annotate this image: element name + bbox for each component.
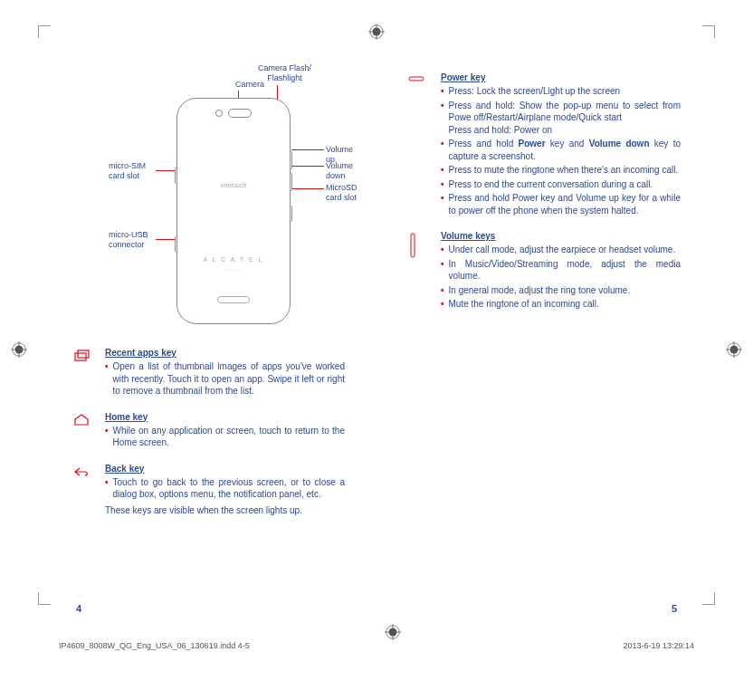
registration-mark-icon xyxy=(385,624,401,640)
recent-b1: Open a list of thumbnail images of apps … xyxy=(113,360,345,398)
power-b5: Press to end the current conversation du… xyxy=(449,178,653,191)
home-icon xyxy=(72,412,94,451)
volume-title: Volume keys xyxy=(441,231,681,241)
power-title: Power key xyxy=(441,72,681,82)
phone-outline: onetouch A L C A T E L ———— xyxy=(176,98,291,324)
label-usb: micro-USB connector xyxy=(109,230,158,250)
sd-slot-icon xyxy=(290,206,292,222)
vol-b3: In general mode, adjust the ring tone vo… xyxy=(449,284,631,297)
svg-rect-17 xyxy=(78,350,89,358)
svg-rect-16 xyxy=(75,353,86,360)
power-b4: Press to mute the ringtone when there's … xyxy=(449,164,679,177)
vol-b4: Mute the ringtone of an incoming call. xyxy=(449,298,599,311)
page-number-right: 5 xyxy=(672,603,677,614)
sim-slot-icon xyxy=(175,168,177,184)
brand-alcatel: A L C A T E L xyxy=(177,256,290,263)
speaker-icon xyxy=(217,296,250,303)
footer-filename: IP4609_8008W_QG_Eng_USA_06_130619.indd 4… xyxy=(59,641,250,650)
back-icon xyxy=(72,464,94,517)
recent-apps-title: Recent apps key xyxy=(105,348,345,358)
recent-apps-icon xyxy=(72,348,94,399)
registration-mark-icon xyxy=(11,341,27,358)
volume-up-button-icon xyxy=(290,151,292,169)
back-b1: Touch to go back to the previous screen,… xyxy=(113,476,345,501)
svg-rect-18 xyxy=(409,77,424,81)
power-b1: Press: Lock the screen/Light up the scre… xyxy=(449,85,621,98)
brand-text: onetouch xyxy=(177,182,290,188)
label-sim: micro-SIM card slot xyxy=(109,161,158,181)
back-note: These keys are visible when the screen l… xyxy=(105,504,345,517)
label-volume-down: Volume down xyxy=(326,161,353,181)
footer-timestamp: 2013-6-19 13:29:14 xyxy=(623,641,694,650)
label-camera: Camera xyxy=(235,80,264,90)
power-b2: Press and hold: Show the pop-up menu to … xyxy=(449,100,681,137)
camera-lens-icon xyxy=(215,110,223,117)
vol-b1: Under call mode, adjust the earpiece or … xyxy=(449,244,676,256)
home-title: Home key xyxy=(105,412,345,422)
page-number-left: 4 xyxy=(76,603,81,614)
label-flash: Camera Flash/ Flashlight xyxy=(258,63,311,83)
power-b3: Press and hold Power key and Volume down… xyxy=(449,138,681,162)
label-microsd: MicroSD card slot xyxy=(326,183,371,203)
registration-mark-icon xyxy=(726,341,742,358)
registration-mark-icon xyxy=(368,24,385,40)
volume-key-icon xyxy=(408,231,430,312)
volume-down-button-icon xyxy=(290,173,292,191)
home-b1: While on any application or screen, touc… xyxy=(113,425,345,449)
vol-b2: In Music/Video/Streaming mode, adjust th… xyxy=(449,258,681,283)
phone-back-diagram: Camera Flash/ Flashlight Camera Volume u… xyxy=(109,63,345,335)
svg-rect-19 xyxy=(411,234,415,257)
power-key-icon xyxy=(408,72,430,218)
usb-slot-icon xyxy=(175,236,177,253)
flash-icon xyxy=(228,109,252,118)
back-title: Back key xyxy=(105,464,345,474)
power-b6: Press and hold Power key and Volume up k… xyxy=(449,192,681,216)
